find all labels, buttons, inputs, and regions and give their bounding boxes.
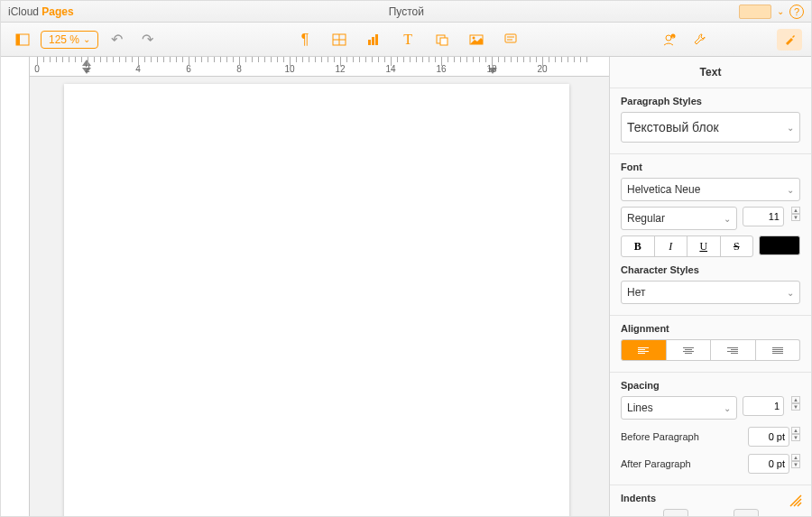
tools-icon[interactable] <box>687 29 712 51</box>
titlebar: iCloud Pages Пустой ⌄ ? <box>1 1 811 23</box>
document-title: Пустой <box>74 5 739 18</box>
ruler[interactable]: 02468101214161820 <box>30 57 609 77</box>
svg-rect-5 <box>368 40 371 45</box>
char-styles-heading: Character Styles <box>621 264 800 275</box>
before-paragraph-input[interactable]: 0 pt <box>748 427 789 447</box>
increase-indent-button[interactable]: ⇥ <box>734 509 759 516</box>
panel-title: Text <box>610 57 811 88</box>
chevron-down-icon[interactable]: ⌄ <box>777 6 784 16</box>
undo-button[interactable]: ↶ <box>104 29 129 51</box>
toolbar: 125 %⌄ ↶ ↷ ¶ T + <box>1 23 811 57</box>
align-right-button[interactable] <box>711 339 756 361</box>
indents-heading: Indents <box>621 493 800 503</box>
text-icon[interactable]: T <box>395 29 420 51</box>
before-paragraph-label: Before Paragraph <box>621 431 699 442</box>
format-sidebar: Text Paragraph Styles Текстовый блок⌄ Fo… <box>609 57 811 516</box>
table-icon[interactable] <box>327 29 352 51</box>
spacing-mode-select[interactable]: Lines⌄ <box>621 396 737 420</box>
char-style-select[interactable]: Нет⌄ <box>621 281 800 304</box>
zoom-select[interactable]: 125 %⌄ <box>41 31 98 49</box>
color-swatch[interactable] <box>759 235 800 255</box>
font-weight-select[interactable]: Regular⌄ <box>621 207 737 230</box>
underline-button[interactable]: U <box>687 236 721 256</box>
alignment-group <box>621 339 800 361</box>
align-left-button[interactable] <box>621 339 667 361</box>
spacing-value-input[interactable]: 1 <box>743 396 784 416</box>
spacing-heading: Spacing <box>621 380 800 391</box>
font-heading: Font <box>621 162 800 172</box>
spacing-stepper[interactable]: ▲▼ <box>791 396 800 420</box>
paragraph-styles-heading: Paragraph Styles <box>621 96 800 106</box>
after-paragraph-label: After Paragraph <box>621 458 691 469</box>
collaborate-icon[interactable]: + <box>656 29 681 51</box>
media-icon[interactable] <box>464 29 489 51</box>
canvas[interactable]: 02468101214161820 <box>1 57 609 516</box>
svg-rect-6 <box>372 37 374 45</box>
comment-icon[interactable] <box>498 29 523 51</box>
format-brush-icon[interactable] <box>777 29 802 51</box>
svg-rect-7 <box>375 34 378 45</box>
font-size-stepper[interactable]: ▲▼ <box>791 207 800 230</box>
svg-point-11 <box>473 36 475 39</box>
after-paragraph-input[interactable]: 0 pt <box>748 454 789 474</box>
italic-button[interactable]: I <box>655 236 688 256</box>
font-family-select[interactable]: Helvetica Neue⌄ <box>621 178 800 201</box>
svg-rect-12 <box>505 34 516 42</box>
shape-icon[interactable] <box>429 29 455 51</box>
brand: iCloud Pages <box>8 5 74 18</box>
paragraph-icon[interactable]: ¶ <box>292 29 318 51</box>
help-icon[interactable]: ? <box>789 5 804 19</box>
redo-button[interactable]: ↷ <box>134 29 160 51</box>
svg-rect-1 <box>16 34 20 45</box>
chart-icon[interactable] <box>361 29 386 51</box>
strike-button[interactable]: S <box>721 236 753 256</box>
user-pill[interactable] <box>739 5 771 19</box>
document-page[interactable] <box>64 84 569 516</box>
alignment-heading: Alignment <box>621 323 800 334</box>
svg-point-15 <box>666 35 671 41</box>
view-button[interactable] <box>10 29 35 51</box>
resize-handle-icon[interactable] <box>786 491 806 511</box>
bold-button[interactable]: B <box>622 236 655 256</box>
align-center-button[interactable] <box>667 339 712 361</box>
align-justify-button[interactable] <box>756 339 801 361</box>
paragraph-style-select[interactable]: Текстовый блок⌄ <box>621 112 800 143</box>
font-size-input[interactable]: 11 <box>743 207 784 226</box>
decrease-indent-button[interactable]: ⇤ <box>663 509 688 516</box>
svg-rect-9 <box>440 38 448 45</box>
